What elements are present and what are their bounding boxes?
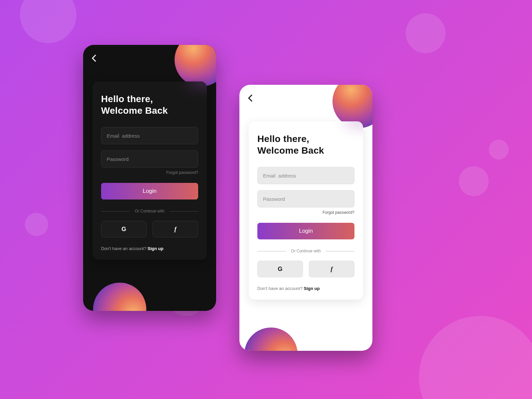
signup-prompt-text: Don't have an account?: [101, 246, 148, 251]
divider-line: [257, 251, 286, 251]
email-field[interactable]: [257, 167, 354, 184]
input-group: [257, 167, 354, 207]
decorative-circle: [419, 316, 532, 399]
signup-link[interactable]: Sign up: [148, 246, 164, 251]
decorative-circle: [406, 13, 446, 53]
back-button[interactable]: [91, 54, 97, 64]
email-field[interactable]: [101, 127, 198, 144]
google-icon: G: [278, 266, 282, 273]
chevron-left-icon: [91, 54, 97, 62]
input-group: [101, 127, 198, 168]
heading-line-1: Hello there,: [101, 93, 198, 105]
facebook-icon: f: [331, 266, 333, 273]
divider-text: Or Continue with: [135, 209, 164, 213]
decorative-circle: [25, 213, 48, 236]
password-field[interactable]: [257, 190, 354, 207]
decorative-circle: [489, 140, 509, 160]
signup-link[interactable]: Sign up: [304, 286, 320, 291]
forgot-password-link[interactable]: Forgot password?: [257, 210, 354, 215]
forgot-password-link[interactable]: Forgot password?: [101, 170, 198, 175]
heading-line-2: Welcome Back: [257, 145, 354, 156]
google-login-button[interactable]: G: [101, 221, 147, 237]
social-divider: Or Continue with: [257, 249, 354, 253]
social-login-row: G f: [257, 261, 354, 277]
page-title: Hello there, Welcome Back: [257, 133, 354, 156]
divider-line: [169, 211, 198, 211]
signup-prompt: Don't have an account? Sign up: [257, 286, 354, 291]
facebook-login-button[interactable]: f: [153, 221, 198, 237]
social-divider: Or Continue with: [101, 209, 198, 213]
decorative-orb: [239, 317, 309, 351]
facebook-login-button[interactable]: f: [309, 261, 354, 277]
facebook-icon: f: [175, 226, 177, 233]
login-card: Hello there, Welcome Back Forgot passwor…: [92, 81, 207, 260]
decorative-orb: [83, 272, 157, 311]
divider-text: Or Continue with: [291, 249, 321, 253]
page-title: Hello there, Welcome Back: [101, 93, 198, 116]
signup-prompt-text: Don't have an account?: [257, 286, 304, 291]
chevron-left-icon: [247, 94, 253, 102]
password-field[interactable]: [101, 150, 198, 168]
decorative-circle: [20, 0, 76, 43]
decorative-orb: [175, 45, 216, 86]
social-login-row: G f: [101, 221, 198, 237]
heading-line-2: Welcome Back: [101, 105, 198, 116]
heading-line-1: Hello there,: [257, 133, 354, 145]
login-card: Hello there, Welcome Back Forgot passwor…: [249, 121, 363, 300]
back-button[interactable]: [247, 94, 253, 103]
google-icon: G: [121, 226, 126, 233]
signup-prompt: Don't have an account? Sign up: [101, 246, 198, 251]
login-screen-dark: Hello there, Welcome Back Forgot passwor…: [83, 45, 216, 311]
login-button[interactable]: Login: [257, 223, 354, 239]
decorative-circle: [459, 166, 489, 196]
divider-line: [101, 211, 130, 211]
google-login-button[interactable]: G: [257, 261, 303, 277]
divider-line: [326, 251, 354, 251]
login-button[interactable]: Login: [101, 183, 198, 200]
login-screen-light: Hello there, Welcome Back Forgot passwor…: [239, 85, 372, 351]
